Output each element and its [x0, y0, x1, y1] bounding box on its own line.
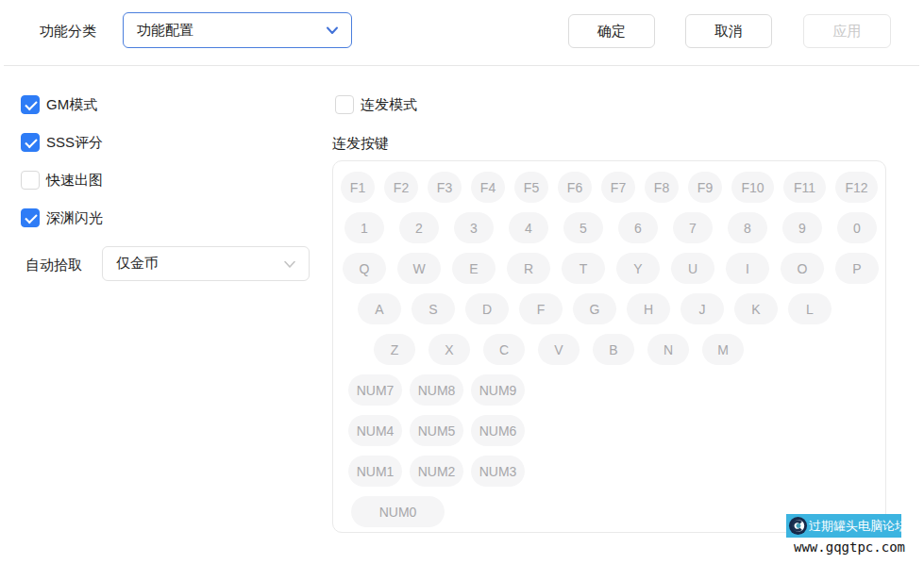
key-f8[interactable]: F8: [645, 172, 679, 203]
auto-pickup-label: 自动拾取: [25, 257, 82, 274]
key-5[interactable]: 5: [563, 212, 603, 243]
keyboard-row: NUM4NUM5NUM6: [348, 415, 885, 446]
watermark: 过期罐头电脑论坛 www.gqgtpc.com: [786, 514, 905, 555]
feature-checkbox-list: GM模式SSS评分快速出图深渊闪光: [21, 95, 103, 246]
key-f12[interactable]: F12: [835, 172, 878, 203]
key-y[interactable]: Y: [616, 253, 660, 284]
burst-mode-checkbox-row: 连发模式: [335, 95, 417, 114]
key-h[interactable]: H: [627, 293, 670, 324]
key-f9[interactable]: F9: [688, 172, 722, 203]
key-8[interactable]: 8: [728, 212, 767, 243]
key-2[interactable]: 2: [399, 212, 439, 243]
key-num3[interactable]: NUM3: [471, 456, 525, 487]
burst-keys-label: 连发按键: [332, 135, 389, 153]
key-f7[interactable]: F7: [601, 172, 635, 203]
key-0[interactable]: 0: [837, 212, 877, 243]
key-g[interactable]: G: [573, 293, 616, 324]
key-num7[interactable]: NUM7: [348, 374, 402, 406]
feature-checkbox-checked[interactable]: [21, 95, 40, 114]
key-f10[interactable]: F10: [731, 172, 774, 203]
key-r[interactable]: R: [507, 253, 550, 284]
key-p[interactable]: P: [835, 253, 879, 284]
watermark-url: www.gqgtpc.com: [794, 539, 905, 555]
key-z[interactable]: Z: [374, 334, 415, 365]
key-f[interactable]: F: [519, 293, 563, 324]
keyboard-row: 1234567890: [344, 212, 885, 243]
keyboard-row: ASDFGHJKL: [358, 293, 885, 324]
burst-mode-checkbox[interactable]: [335, 95, 354, 114]
key-num8[interactable]: NUM8: [410, 374, 463, 406]
category-label: 功能分类: [40, 23, 96, 41]
burst-mode-label: 连发模式: [361, 96, 417, 114]
key-o[interactable]: O: [781, 253, 824, 284]
key-f2[interactable]: F2: [384, 172, 418, 203]
feature-checkbox-row: GM模式: [21, 95, 103, 114]
keyboard-panel: F1F2F3F4F5F6F7F8F9F10F11F121234567890QWE…: [332, 160, 886, 533]
header-divider: [4, 65, 919, 66]
feature-checkbox-label: 快速出图: [46, 172, 103, 190]
key-a[interactable]: A: [358, 293, 401, 324]
key-f1[interactable]: F1: [341, 172, 375, 203]
key-f11[interactable]: F11: [783, 172, 826, 203]
key-num2[interactable]: NUM2: [410, 456, 463, 487]
key-n[interactable]: N: [647, 334, 689, 365]
key-f4[interactable]: F4: [471, 172, 505, 203]
category-dropdown-value: 功能配置: [124, 22, 323, 40]
feature-checkbox-label: SSS评分: [46, 134, 103, 152]
key-b[interactable]: B: [593, 334, 634, 365]
key-l[interactable]: L: [788, 293, 832, 324]
key-c[interactable]: C: [483, 334, 525, 365]
auto-pickup-value: 仅金币: [103, 255, 280, 273]
key-j[interactable]: J: [680, 293, 724, 324]
key-e[interactable]: E: [452, 253, 496, 284]
key-d[interactable]: D: [465, 293, 509, 324]
key-num5[interactable]: NUM5: [410, 415, 463, 446]
key-f6[interactable]: F6: [558, 172, 592, 203]
key-num4[interactable]: NUM4: [348, 415, 402, 446]
key-f3[interactable]: F3: [428, 172, 462, 203]
feature-checkbox-label: 深渊闪光: [46, 209, 103, 227]
key-v[interactable]: V: [538, 334, 580, 365]
key-num0[interactable]: NUM0: [351, 496, 445, 527]
watermark-forum-name: 过期罐头电脑论坛: [809, 518, 907, 535]
key-f5[interactable]: F5: [514, 172, 548, 203]
key-4[interactable]: 4: [509, 212, 548, 243]
confirm-button[interactable]: 确定: [568, 14, 655, 48]
feature-checkbox-row: SSS评分: [21, 133, 103, 152]
feature-checkbox-checked[interactable]: [21, 208, 40, 227]
key-6[interactable]: 6: [618, 212, 658, 243]
apply-button-disabled[interactable]: 应用: [803, 14, 891, 48]
key-x[interactable]: X: [428, 334, 470, 365]
feature-checkbox-label: GM模式: [46, 96, 97, 114]
key-k[interactable]: K: [734, 293, 778, 324]
key-s[interactable]: S: [412, 293, 455, 324]
key-7[interactable]: 7: [673, 212, 713, 243]
key-i[interactable]: I: [726, 253, 769, 284]
auto-pickup-dropdown[interactable]: 仅金币: [102, 246, 310, 281]
keyboard-row: QWERTYUIOP: [343, 253, 885, 284]
feature-checkbox[interactable]: [21, 171, 40, 190]
chevron-down-icon: [323, 21, 342, 40]
forum-logo-icon: [788, 516, 808, 536]
key-1[interactable]: 1: [344, 212, 384, 243]
keyboard-row: F1F2F3F4F5F6F7F8F9F10F11F12: [341, 172, 885, 203]
key-3[interactable]: 3: [454, 212, 494, 243]
key-num9[interactable]: NUM9: [471, 374, 525, 406]
feature-checkbox-row: 深渊闪光: [21, 208, 103, 227]
cancel-button[interactable]: 取消: [685, 14, 772, 48]
key-9[interactable]: 9: [782, 212, 822, 243]
keyboard-row: NUM1NUM2NUM3: [348, 456, 885, 487]
key-m[interactable]: M: [702, 334, 744, 365]
key-q[interactable]: Q: [343, 253, 386, 284]
category-dropdown[interactable]: 功能配置: [123, 12, 352, 48]
feature-checkbox-row: 快速出图: [21, 171, 103, 190]
chevron-down-icon: [280, 255, 299, 274]
keyboard-row: ZXCVBNM: [374, 334, 885, 365]
key-num1[interactable]: NUM1: [348, 456, 402, 487]
key-w[interactable]: W: [397, 253, 441, 284]
feature-checkbox-checked[interactable]: [21, 133, 40, 152]
key-num6[interactable]: NUM6: [471, 415, 525, 446]
key-u[interactable]: U: [671, 253, 714, 284]
watermark-banner: 过期罐头电脑论坛: [786, 514, 901, 538]
key-t[interactable]: T: [562, 253, 605, 284]
